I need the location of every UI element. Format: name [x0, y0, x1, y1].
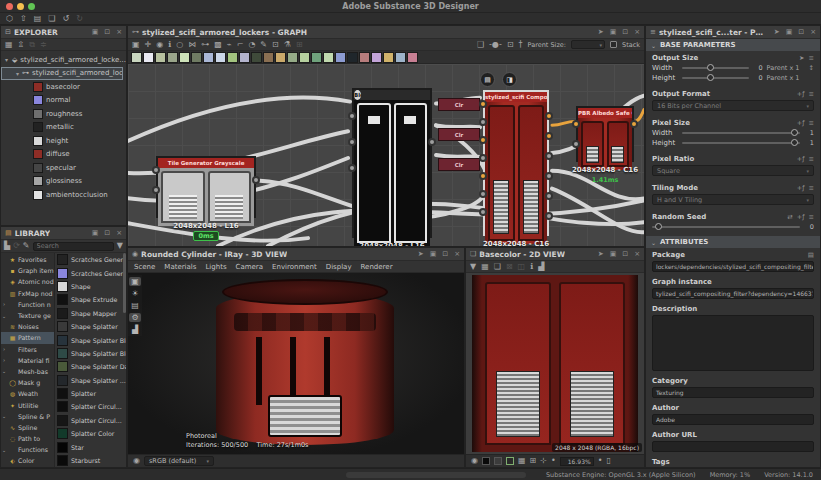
color-picker-icon[interactable]: ◉	[133, 457, 140, 465]
library-item[interactable]: Shape	[55, 280, 126, 293]
connector-dot[interactable]	[630, 120, 638, 128]
pin-icon[interactable]: ➤	[774, 29, 780, 36]
close-icon[interactable]: ×	[454, 251, 460, 258]
tree-item-output[interactable]: metallic	[1, 121, 126, 135]
maximize-icon[interactable]: ⊡	[622, 29, 628, 36]
node-pbr-albedo[interactable]: PBR Albedo Safe Color 2048x2048 - C16 1.…	[576, 106, 634, 162]
close-icon[interactable]: ×	[634, 29, 640, 36]
comment-icon[interactable]: ❑	[477, 41, 484, 49]
function-icon[interactable]: +ƒ	[797, 119, 805, 127]
category-arrow-icon[interactable]: ›	[1, 301, 7, 307]
tiling-icon[interactable]: ⊞	[530, 457, 537, 465]
view2d-viewport[interactable]: 2048 x 2048 (RGBA, 16bpc)	[466, 273, 644, 454]
library-item[interactable]: Splatter Circul...	[55, 414, 126, 427]
camera-icon[interactable]: ▣	[129, 277, 141, 286]
material-icon[interactable]: ▩	[214, 41, 222, 49]
trash-icon[interactable]: ▯	[606, 457, 610, 465]
pixel-width-value[interactable]: 1	[804, 129, 814, 137]
picker-icon[interactable]: ◉	[471, 457, 478, 465]
connector-dot[interactable]	[252, 176, 260, 184]
frame-node-icon[interactable]: ⊡	[507, 41, 514, 49]
export-image-icon[interactable]: ▦	[481, 263, 489, 271]
copy-image-icon[interactable]: ❏	[494, 263, 501, 271]
tree-item-output[interactable]: specular	[1, 161, 126, 175]
info-icon[interactable]: ℹ	[168, 41, 171, 49]
float-icon[interactable]: ▣	[430, 251, 437, 258]
maximize-icon[interactable]: ⊡	[104, 230, 110, 237]
save-all-icon[interactable]: ❏	[48, 15, 55, 23]
description-textarea[interactable]	[652, 315, 814, 371]
connector-dot[interactable]	[545, 152, 553, 160]
section-base-parameters[interactable]: ⌄ BASE PARAMETERS	[646, 39, 820, 51]
library-item[interactable]: Shape Splatter Ble...	[55, 347, 126, 360]
node-shelf-thumbnail[interactable]	[131, 52, 142, 63]
menu-icon[interactable]: ≡	[809, 184, 814, 192]
grid-icon[interactable]: ▦	[518, 457, 526, 465]
library-category[interactable]: ◯ Mask g	[1, 377, 54, 388]
background-swatch[interactable]	[482, 457, 490, 465]
chevron-down-icon[interactable]: ▾	[4, 56, 9, 63]
category-arrow-icon[interactable]: ⌄	[1, 368, 7, 374]
node-shelf-thumbnail[interactable]	[371, 52, 382, 63]
filter-funnel-icon[interactable]: ▼	[117, 242, 123, 250]
lock-icon[interactable]: ⊠	[506, 263, 513, 271]
output-height-slider[interactable]	[682, 77, 749, 79]
maximize-icon[interactable]: ⊡	[442, 251, 448, 258]
zoom-icon[interactable]: ○	[176, 41, 183, 49]
library-item[interactable]: Splatter	[55, 387, 126, 400]
node-shelf-thumbnail[interactable]	[215, 52, 226, 63]
zoom-level-input[interactable]	[560, 457, 594, 466]
node-shelf-thumbnail[interactable]	[203, 52, 214, 63]
output-height-value[interactable]: 0	[753, 74, 763, 82]
folder-icon[interactable]: ▤	[808, 251, 814, 259]
parent-size-dropdown[interactable]: ▾	[571, 40, 605, 49]
tree-item-graph[interactable]: ▾ ⊶ stylized_scifi_armored_loc...	[1, 67, 123, 81]
chevron-down-icon[interactable]: ▾	[16, 70, 19, 77]
connector-dot[interactable]	[428, 138, 436, 146]
menu-item[interactable]: Renderer	[361, 263, 393, 271]
gear-icon[interactable]: ⚙	[129, 313, 140, 322]
connector-dot[interactable]	[545, 212, 553, 220]
link-icon[interactable]: ⧉	[29, 41, 35, 49]
histogram-icon[interactable]: ▟	[132, 325, 138, 334]
close-icon[interactable]: ×	[116, 29, 122, 36]
pin-icon[interactable]: ➤	[598, 251, 604, 258]
library-item[interactable]: Shape Splatter Da...	[55, 360, 126, 373]
edit-icon[interactable]: ✎	[23, 242, 30, 250]
connector-dot[interactable]	[545, 132, 553, 140]
center-icon[interactable]: •	[551, 457, 556, 465]
tree-item-output[interactable]: basecolor	[1, 80, 126, 94]
node-shelf-thumbnail[interactable]	[395, 52, 406, 63]
input-node-clr[interactable]: Clr	[438, 98, 480, 111]
maximize-icon[interactable]: ⊡	[798, 29, 804, 36]
category-arrow-icon[interactable]: ›	[1, 357, 7, 363]
output-format-dropdown[interactable]: 16 Bits per Channel ▾	[652, 100, 814, 111]
tree-item-output[interactable]: normal	[1, 94, 126, 108]
library-category[interactable]: ⌄ Texture ge	[1, 310, 54, 321]
undo-icon[interactable]: ↺	[62, 15, 69, 23]
pan-icon[interactable]: ✛	[145, 41, 152, 49]
connector-dot[interactable]	[479, 190, 487, 198]
tree-item-output[interactable]: glossiness	[1, 175, 126, 189]
function-icon[interactable]: +ƒ	[797, 184, 805, 192]
section-attributes[interactable]: ⌄ ATTRIBUTES	[646, 236, 820, 248]
function-icon[interactable]: +ƒ	[797, 213, 805, 221]
open-folder-icon[interactable]: ▤	[34, 15, 42, 23]
close-icon[interactable]: ×	[116, 230, 122, 237]
output-width-value[interactable]: 0	[753, 64, 763, 72]
close-icon[interactable]: ×	[634, 251, 640, 258]
float-icon[interactable]: ▣	[786, 29, 793, 36]
library-item[interactable]: Shape Mapper	[55, 307, 126, 320]
node-shelf-thumbnail[interactable]	[287, 52, 298, 63]
library-category[interactable]: ⌄ Spline & P	[1, 411, 54, 422]
connector-dot[interactable]	[348, 138, 356, 146]
library-category[interactable]: › Filters	[1, 344, 54, 355]
node-shelf-thumbnail[interactable]	[359, 52, 370, 63]
connector-dot[interactable]	[152, 166, 160, 174]
menu-icon[interactable]: ≡	[809, 213, 814, 221]
environment-icon[interactable]: ▤	[131, 301, 139, 310]
refresh-icon[interactable]: ⟳	[13, 242, 20, 250]
random-seed-slider[interactable]	[652, 226, 800, 228]
float-icon[interactable]: ▣	[610, 29, 617, 36]
library-item[interactable]: Shape Splatter	[55, 320, 126, 333]
